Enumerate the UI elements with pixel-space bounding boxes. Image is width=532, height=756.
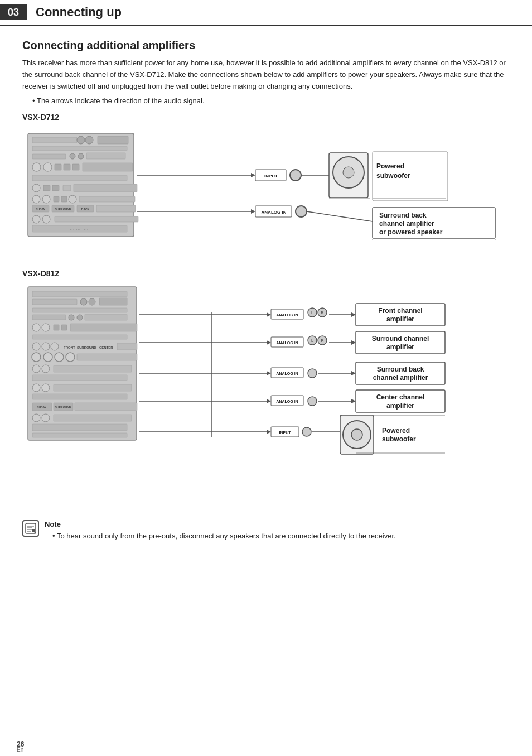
svg-point-70 [80, 298, 87, 305]
section-title: Connecting additional amplifiers [22, 39, 510, 52]
chapter-badge: 03 [0, 4, 27, 20]
svg-rect-34 [96, 205, 136, 212]
svg-rect-98 [54, 365, 132, 372]
svg-text:subwoofer: subwoofer [376, 172, 410, 180]
svg-text:L: L [311, 311, 313, 315]
svg-rect-5 [32, 146, 127, 151]
note-bullet-text: To hear sound only from the pre-outs, di… [52, 531, 396, 542]
svg-point-78 [32, 324, 40, 331]
svg-point-23 [42, 195, 50, 203]
svg-point-7 [70, 153, 75, 159]
svg-point-94 [66, 353, 75, 362]
svg-rect-108 [75, 403, 137, 411]
svg-rect-20 [63, 185, 71, 191]
svg-point-22 [32, 195, 40, 203]
svg-rect-1 [32, 137, 77, 143]
svg-text:ANALOG IN: ANALOG IN [276, 372, 298, 375]
svg-point-8 [78, 153, 84, 159]
svg-point-26 [69, 195, 76, 203]
svg-rect-19 [52, 185, 59, 191]
vsx812-label: VSX-D812 [22, 269, 510, 278]
svg-marker-41 [251, 173, 255, 177]
svg-point-79 [42, 324, 50, 331]
svg-rect-17 [32, 184, 40, 192]
svg-point-109 [32, 414, 40, 422]
svg-rect-82 [70, 324, 137, 331]
svg-point-189 [32, 529, 35, 532]
note-content: Note To hear sound only from the pre-out… [45, 520, 396, 542]
svg-text:amplifier: amplifier [386, 402, 414, 410]
svg-rect-81 [61, 325, 67, 330]
note-section: Note To hear sound only from the pre-out… [22, 514, 510, 548]
svg-rect-16 [32, 175, 127, 181]
svg-point-86 [51, 343, 59, 350]
svg-point-96 [32, 365, 40, 373]
svg-rect-27 [79, 196, 135, 202]
svg-point-49 [296, 206, 307, 217]
svg-point-71 [89, 298, 95, 305]
svg-rect-114 [32, 433, 127, 437]
svg-rect-13 [64, 164, 70, 170]
svg-rect-18 [43, 185, 50, 191]
svg-point-76 [77, 315, 83, 320]
svg-point-91 [32, 353, 41, 362]
svg-text:ANALOG IN: ANALOG IN [276, 341, 298, 345]
svg-text:R: R [321, 311, 323, 315]
svg-point-164 [308, 397, 317, 406]
svg-marker-166 [351, 399, 356, 403]
svg-rect-111 [54, 415, 132, 421]
svg-rect-103 [32, 394, 127, 399]
svg-text:SUB W.: SUB W. [37, 406, 47, 409]
svg-text:Powered: Powered [382, 427, 410, 435]
svg-text:ANALOG IN: ANALOG IN [276, 313, 298, 317]
svg-rect-80 [54, 325, 59, 330]
svg-point-2 [77, 136, 85, 144]
svg-text:Surround back: Surround back [379, 211, 427, 219]
svg-text:or powered speaker: or powered speaker [379, 228, 443, 236]
svg-rect-9 [86, 153, 125, 159]
svg-text:channel amplifier: channel amplifier [373, 374, 428, 382]
svg-marker-136 [267, 340, 271, 345]
svg-rect-21 [74, 184, 137, 192]
svg-rect-6 [32, 154, 66, 159]
svg-text:Powered: Powered [376, 162, 404, 170]
svg-rect-102 [54, 384, 132, 391]
svg-point-153 [308, 369, 317, 378]
svg-rect-99 [32, 375, 127, 381]
vsx812-diagram: FRONT SURROUND CENTER [22, 281, 510, 499]
svg-text:· · · · · · · · ·: · · · · · · · · · [73, 426, 86, 430]
svg-rect-73 [32, 308, 127, 312]
page-locale: En [17, 747, 23, 753]
svg-rect-74 [32, 315, 66, 320]
svg-point-52 [343, 167, 354, 178]
main-content: Connecting additional amplifiers This re… [0, 26, 532, 559]
svg-text:INPUT: INPUT [279, 431, 292, 435]
svg-rect-77 [85, 314, 127, 320]
svg-text:Surround channel: Surround channel [372, 335, 429, 343]
svg-point-84 [32, 343, 40, 350]
svg-rect-25 [61, 196, 67, 202]
svg-text:Surround back: Surround back [377, 365, 424, 373]
svg-marker-155 [351, 371, 356, 375]
svg-rect-95 [77, 354, 137, 360]
svg-text:· · · · · · · · · · · · ·: · · · · · · · · · · · · · [70, 228, 90, 231]
svg-text:Front channel: Front channel [378, 307, 422, 315]
svg-point-75 [69, 315, 74, 320]
chapter-number: 03 [8, 7, 19, 18]
svg-point-110 [42, 414, 50, 422]
svg-point-101 [42, 384, 50, 392]
svg-text:amplifier: amplifier [386, 343, 414, 351]
vsx712-section: VSX-D712 [22, 113, 510, 253]
svg-text:L: L [311, 339, 313, 343]
svg-text:ANALOG IN: ANALOG IN [276, 399, 298, 403]
svg-text:R: R [321, 339, 323, 343]
svg-point-179 [351, 429, 362, 440]
svg-text:ANALOG IN: ANALOG IN [262, 210, 287, 215]
svg-text:channel amplifier: channel amplifier [379, 220, 434, 228]
svg-line-63 [307, 211, 373, 221]
svg-point-3 [85, 136, 93, 144]
svg-rect-14 [72, 164, 79, 170]
svg-text:CENTER: CENTER [99, 346, 113, 349]
svg-marker-122 [267, 312, 271, 317]
page-header: 03 Connecting up [0, 0, 532, 26]
